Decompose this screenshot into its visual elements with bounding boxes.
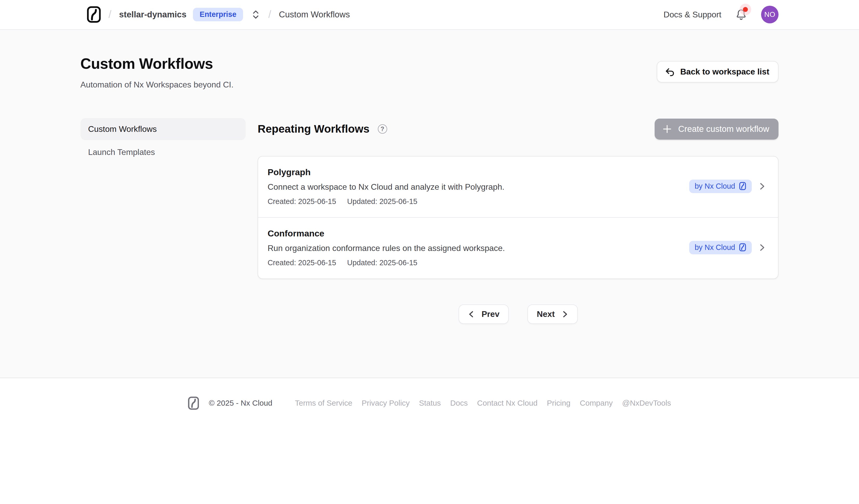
chevron-right-icon[interactable] [758,182,766,190]
nx-logo-icon [739,182,746,190]
docs-support-link[interactable]: Docs & Support [663,10,721,19]
back-button-label: Back to workspace list [680,67,769,77]
footer-link-terms[interactable]: Terms of Service [295,399,352,408]
nx-footer-logo-icon [188,396,199,410]
prev-label: Prev [481,309,499,319]
workflow-row-actions: by Nx Cloud [689,180,766,193]
footer-link-contact[interactable]: Contact Nx Cloud [477,399,538,408]
chevron-right-icon[interactable] [758,244,766,251]
workflow-updated: Updated: 2025-06-15 [347,197,417,206]
app-window: / stellar-dynamics Enterprise / Custom W… [0,0,859,504]
page-subtitle: Automation of Nx Workspaces beyond CI. [80,80,234,90]
content-row: Custom Workflows Launch Templates Repeat… [80,118,779,324]
workflow-name: Conformance [268,228,505,239]
sidebar-item-label: Launch Templates [88,148,155,157]
workflow-updated: Updated: 2025-06-15 [347,259,417,267]
section-title: Repeating Workflows [258,123,369,135]
next-label: Next [537,309,555,319]
user-avatar[interactable]: NO [761,6,779,24]
copyright-text: © 2025 - Nx Cloud [209,399,272,408]
workflow-description: Run organization conformance rules on th… [268,243,505,253]
sidebar-item-launch-templates[interactable]: Launch Templates [80,141,246,163]
repeating-workflows-panel: Repeating Workflows ? Create custom work… [258,118,779,324]
topbar-actions: Docs & Support NO [663,6,779,24]
create-button-label: Create custom workflow [678,124,769,134]
enterprise-plan-badge: Enterprise [193,8,243,21]
main-content: Custom Workflows Automation of Nx Worksp… [0,30,859,378]
breadcrumb-separator: / [268,9,271,20]
breadcrumb-workspace[interactable]: stellar-dynamics [119,10,186,19]
chevron-right-icon [561,311,569,318]
badge-label: by Nx Cloud [695,243,735,252]
nx-cloud-logo-icon[interactable] [87,6,101,23]
footer-link-status[interactable]: Status [419,399,441,408]
page-title-block: Custom Workflows Automation of Nx Worksp… [80,55,234,90]
back-to-workspace-list-button[interactable]: Back to workspace list [657,61,779,82]
workflows-list: Polygraph Connect a workspace to Nx Clou… [258,156,779,279]
by-nx-cloud-badge: by Nx Cloud [689,180,752,193]
breadcrumb-current-page[interactable]: Custom Workflows [279,10,350,19]
workflow-row-polygraph[interactable]: Polygraph Connect a workspace to Nx Clou… [258,156,778,217]
panel-header: Repeating Workflows ? Create custom work… [258,118,779,140]
help-icon[interactable]: ? [378,124,387,134]
page-title: Custom Workflows [80,55,234,72]
workflow-created: Created: 2025-06-15 [268,197,336,206]
workflow-created: Created: 2025-06-15 [268,259,336,267]
panel-title-wrap: Repeating Workflows ? [258,123,387,135]
footer-link-company[interactable]: Company [580,399,613,408]
create-custom-workflow-button[interactable]: Create custom workflow [654,119,779,140]
page-header: Custom Workflows Automation of Nx Worksp… [80,55,779,90]
workflow-meta: Created: 2025-06-15 Updated: 2025-06-15 [268,259,505,267]
workflow-info: Conformance Run organization conformance… [268,228,505,267]
workflow-meta: Created: 2025-06-15 Updated: 2025-06-15 [268,197,504,206]
footer-row: © 2025 - Nx Cloud Terms of Service Priva… [0,396,859,410]
workflow-name: Polygraph [268,167,504,177]
notification-dot [743,7,748,12]
breadcrumb-separator: / [108,9,111,20]
return-arrow-icon [664,66,675,77]
notifications-button[interactable] [736,9,747,21]
next-page-button[interactable]: Next [527,304,578,324]
footer-link-privacy[interactable]: Privacy Policy [362,399,410,408]
footer-link-twitter[interactable]: @NxDevTools [622,399,671,408]
workflow-info: Polygraph Connect a workspace to Nx Clou… [268,167,504,206]
chevron-left-icon [468,311,475,318]
pagination: Prev Next [258,304,779,324]
workflow-description: Connect a workspace to Nx Cloud and anal… [268,182,504,192]
prev-page-button[interactable]: Prev [458,304,509,324]
page-footer: © 2025 - Nx Cloud Terms of Service Priva… [0,378,859,504]
workflow-row-conformance[interactable]: Conformance Run organization conformance… [258,217,778,278]
sidebar-item-custom-workflows[interactable]: Custom Workflows [80,118,246,140]
section-sidebar: Custom Workflows Launch Templates [80,118,246,163]
sidebar-item-label: Custom Workflows [88,124,156,134]
workflow-row-actions: by Nx Cloud [689,241,766,254]
top-navigation-bar: / stellar-dynamics Enterprise / Custom W… [0,0,859,30]
breadcrumb: / stellar-dynamics Enterprise / Custom W… [87,6,350,23]
workspace-switcher-icon[interactable] [252,10,260,19]
badge-label: by Nx Cloud [695,182,735,190]
by-nx-cloud-badge: by Nx Cloud [689,241,752,254]
footer-links: Terms of Service Privacy Policy Status D… [295,399,671,408]
footer-link-docs[interactable]: Docs [450,399,468,408]
nx-logo-icon [739,243,746,251]
footer-link-pricing[interactable]: Pricing [547,399,571,408]
plus-icon [662,124,672,134]
